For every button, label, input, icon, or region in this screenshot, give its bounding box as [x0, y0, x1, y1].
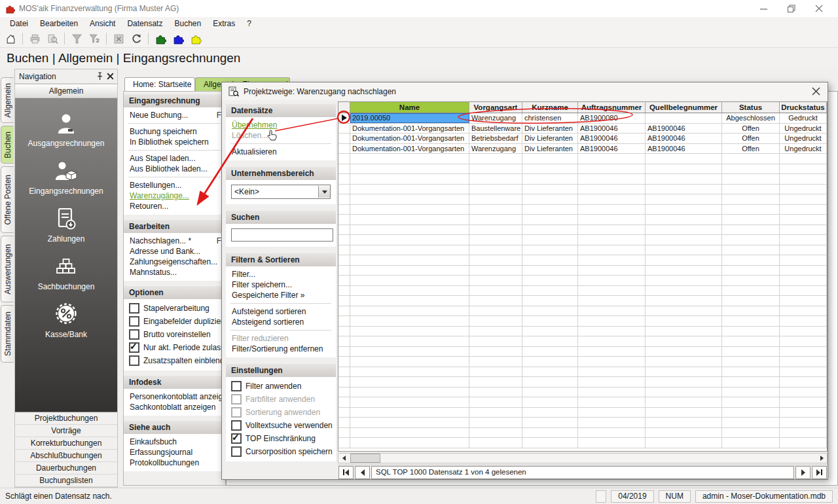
module-tab-auswertungen[interactable]: Auswertungen: [1, 236, 14, 302]
menu-datei[interactable]: Datei: [4, 18, 34, 29]
table-empty-row[interactable]: [338, 235, 827, 245]
nav-item-eingangsrechnungen[interactable]: Eingangsrechnungen: [15, 150, 117, 198]
cell-quellbelegnummer[interactable]: AB1900046: [646, 144, 722, 154]
cell-name[interactable]: Dokumentation-001-Vorgangsarten: [350, 134, 469, 143]
row-selector[interactable]: [338, 124, 350, 134]
menu-help[interactable]: ?: [241, 18, 257, 29]
dialog-aufsteigend-link[interactable]: Aufsteigend sortieren: [226, 306, 336, 317]
cell-kurzname[interactable]: Div Lieferanten: [522, 144, 578, 154]
table-row-selected[interactable]: 2019.00050 Warenzugang christensen AB190…: [338, 113, 827, 124]
cmd-retouren[interactable]: Retouren...: [124, 201, 225, 211]
table-row[interactable]: Dokumentation-001-Vorgangsarten Baustell…: [338, 124, 827, 134]
column-druckstatus[interactable]: Druckstatus: [780, 102, 827, 113]
table-empty-row[interactable]: [338, 357, 827, 367]
setting-filter-anwenden[interactable]: Filter anwenden: [226, 380, 336, 393]
row-selector[interactable]: [338, 144, 350, 154]
cell-status[interactable]: Offen: [722, 124, 780, 134]
cmd-aus-stapel-laden[interactable]: Aus Stapel laden...: [124, 153, 225, 164]
cell-druckstatus[interactable]: Ungedruckt: [780, 124, 827, 134]
cell-auftragsnummer[interactable]: AB1900046: [578, 134, 646, 143]
option-zusatzspalten[interactable]: Zusatzspalten einblenden: [124, 354, 225, 367]
table-empty-row[interactable]: [338, 387, 827, 398]
cmd-zahlungseigenschaften[interactable]: Zahlungseigenschaften...: [124, 257, 225, 267]
dialog-filter-speichern-link[interactable]: Filter speichern...: [226, 279, 336, 290]
cell-auftragsnummer[interactable]: AB1900080: [578, 113, 646, 123]
table-empty-row[interactable]: [338, 276, 827, 286]
column-quellbelegnummer[interactable]: Quellbelegnummer: [646, 102, 722, 113]
cell-quellbelegnummer[interactable]: AB1900046: [646, 124, 722, 134]
option-brutto-voreinstellen[interactable]: Brutto voreinstellen: [124, 328, 225, 341]
scroll-right-icon[interactable]: [816, 454, 827, 463]
table-empty-row[interactable]: [338, 296, 827, 306]
nav-group-allgemein[interactable]: Allgemein: [15, 84, 117, 98]
dialog-absteigend-link[interactable]: Absteigend sortieren: [226, 317, 336, 327]
dialog-aktualisieren-link[interactable]: Aktualisieren: [226, 147, 336, 157]
table-empty-row[interactable]: [338, 225, 827, 236]
home-icon[interactable]: [3, 31, 18, 46]
cell-quellbelegnummer[interactable]: AB1900046: [646, 134, 722, 143]
table-empty-row[interactable]: [338, 377, 827, 387]
filter-remove-icon[interactable]: [86, 31, 102, 46]
nav-item-korrekturbuchungen[interactable]: Korrekturbuchungen: [15, 437, 117, 450]
dialog-filter-reduzieren-link[interactable]: Filter reduzieren: [226, 333, 336, 344]
row-selector[interactable]: [338, 134, 350, 143]
cell-auftragsnummer[interactable]: AB1900046: [578, 124, 646, 134]
setting-top-einschraenkung[interactable]: TOP Einschränkung: [226, 432, 336, 445]
cell-vorgangsart[interactable]: Betriebsbedarf: [469, 134, 522, 143]
table-empty-row[interactable]: [338, 286, 827, 297]
delete-icon[interactable]: [111, 31, 126, 46]
option-eingabefelder-duplizieren[interactable]: Eingabefelder duplizieren: [124, 315, 225, 328]
table-empty-row[interactable]: [338, 418, 827, 428]
refresh-icon[interactable]: [128, 31, 144, 46]
table-empty-row[interactable]: [338, 266, 827, 276]
puzzle-yellow-icon[interactable]: [188, 31, 204, 46]
cmd-adresse-und-bank[interactable]: Adresse und Bank...: [124, 246, 225, 257]
previous-record-button[interactable]: [355, 466, 370, 479]
cmd-protokollbuchungen[interactable]: Protokollbuchungen: [124, 458, 225, 468]
scrollbar-thumb[interactable]: [350, 454, 380, 463]
cmd-aus-bibliothek-laden[interactable]: Aus Bibliothek laden...: [124, 164, 225, 174]
nav-item-zahlungen[interactable]: Zahlungen: [15, 198, 117, 245]
menu-extras[interactable]: Extras: [207, 18, 241, 29]
table-empty-row[interactable]: [338, 205, 827, 215]
close-button[interactable]: [814, 4, 824, 13]
nav-item-sachbuchungen[interactable]: Sachbuchungen: [15, 245, 117, 293]
table-empty-row[interactable]: [338, 347, 827, 357]
print-preview-icon[interactable]: [45, 31, 60, 46]
close-panel-icon[interactable]: [106, 72, 115, 81]
column-kurzname[interactable]: Kurzname: [522, 102, 578, 113]
cmd-erfassungsjournal[interactable]: Erfassungsjournal: [124, 447, 225, 458]
table-empty-row[interactable]: [338, 428, 827, 439]
cell-druckstatus[interactable]: Gedruckt: [780, 113, 827, 123]
cell-auftragsnummer[interactable]: AB1900046: [578, 144, 646, 154]
filter-icon[interactable]: [69, 31, 84, 46]
nav-item-ausgangsrechnungen[interactable]: Ausgangsrechnungen: [15, 102, 117, 150]
menu-bearbeiten[interactable]: Bearbeiten: [34, 18, 84, 29]
table-empty-row[interactable]: [338, 316, 827, 327]
cmd-warenzugaenge[interactable]: Warenzugänge...: [124, 190, 225, 201]
nav-item-buchungslisten[interactable]: Buchungslisten: [15, 475, 117, 487]
cmd-einkaufsbuch[interactable]: Einkaufsbuch: [124, 437, 225, 447]
next-record-button[interactable]: [795, 466, 811, 479]
cell-name[interactable]: Dokumentation-001-Vorgangsarten: [350, 144, 469, 154]
dialog-filter-entfernen-link[interactable]: Filter/Sortierung entfernen: [226, 344, 336, 354]
dialog-filter-link[interactable]: Filter...: [226, 269, 336, 279]
cmd-in-bibliothek-speichern[interactable]: In Bibliothek speichern: [124, 137, 225, 147]
puzzle-green-icon[interactable]: [153, 31, 168, 46]
print-icon[interactable]: [27, 31, 43, 46]
cell-status[interactable]: Offen: [722, 144, 780, 154]
cmd-neue-buchung[interactable]: Neue Buchung...F: [124, 110, 225, 120]
setting-volltextsuche[interactable]: Volltextsuche verwenden: [226, 419, 336, 432]
table-empty-row[interactable]: [338, 306, 827, 317]
table-empty-row[interactable]: [338, 397, 827, 408]
row-selector[interactable]: [338, 113, 350, 123]
setting-cursorposition[interactable]: Cursorposition speichern: [226, 445, 336, 458]
cell-kurzname[interactable]: Div Lieferanten: [522, 124, 578, 134]
cell-vorgangsart[interactable]: Baustellenware: [469, 124, 522, 134]
module-tab-offene-posten[interactable]: Offene Posten: [1, 166, 14, 233]
nav-item-abschlussbuchungen[interactable]: Abschlußbuchungen: [15, 450, 117, 462]
table-empty-row[interactable]: [338, 154, 827, 164]
horizontal-scrollbar[interactable]: [338, 453, 828, 463]
table-empty-row[interactable]: [338, 336, 827, 347]
cmd-bestellungen[interactable]: Bestellungen...: [124, 180, 225, 190]
